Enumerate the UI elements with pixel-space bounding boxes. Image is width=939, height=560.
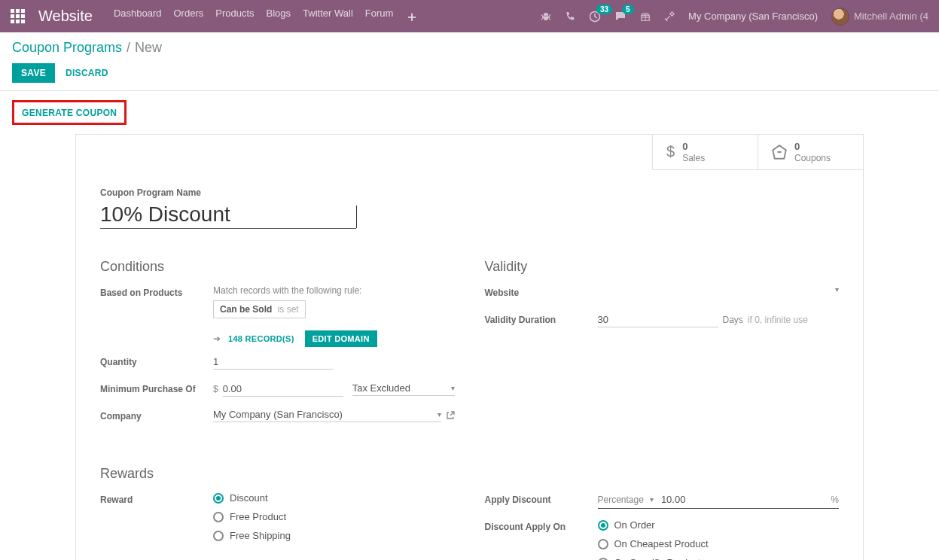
- program-name-label: Coupon Program Name: [100, 187, 839, 198]
- duration-hint: if 0, infinite use: [748, 315, 808, 325]
- currency-symbol: $: [213, 384, 218, 394]
- top-navbar: Website Dashboard Orders Products Blogs …: [0, 0, 939, 32]
- based-on-label: Based on Products: [100, 285, 213, 298]
- gift-icon[interactable]: [640, 11, 651, 22]
- apply-on-specific[interactable]: On Specific Products: [598, 557, 840, 560]
- stat-coupons-label: Coupons: [794, 153, 831, 163]
- user-name: Mitchell Admin (4: [854, 11, 928, 22]
- nav-products[interactable]: Products: [215, 8, 254, 26]
- min-purchase-input[interactable]: [223, 382, 343, 397]
- apply-discount-label: Apply Discount: [485, 492, 598, 505]
- phone-icon[interactable]: [565, 11, 575, 22]
- edit-domain-button[interactable]: EDIT DOMAIN: [305, 330, 377, 347]
- company-selector[interactable]: My Company (San Francisco): [688, 11, 818, 22]
- chevron-down-icon[interactable]: ▾: [650, 495, 654, 504]
- messages-badge: 5: [622, 5, 634, 14]
- nav-items: Dashboard Orders Products Blogs Twitter …: [114, 8, 419, 26]
- match-rule-text: Match records with the following rule:: [213, 285, 455, 296]
- form-status-bar: GENERATE COUPON: [0, 90, 939, 134]
- tag-icon: [772, 145, 787, 160]
- arrow-right-icon: ➔: [213, 333, 221, 344]
- reward-option-free-product[interactable]: Free Product: [213, 511, 455, 522]
- min-purchase-label: Minimum Purchase Of: [100, 382, 213, 394]
- stat-sales[interactable]: $ 0 Sales: [652, 135, 758, 170]
- apps-icon[interactable]: [11, 9, 25, 23]
- apply-on-order[interactable]: On Order: [598, 519, 840, 531]
- records-link[interactable]: 148 RECORD(S): [228, 334, 294, 343]
- stat-coupons[interactable]: 0 Coupons: [758, 135, 863, 170]
- conditions-title: Conditions: [100, 259, 455, 275]
- program-name-input[interactable]: [100, 201, 356, 229]
- domain-chip: Can be Sold is set: [213, 300, 306, 318]
- tax-select[interactable]: Tax Excluded: [352, 382, 410, 394]
- generate-coupon-button[interactable]: GENERATE COUPON: [22, 108, 117, 118]
- company-label: Company: [100, 409, 213, 422]
- clock-icon[interactable]: 33: [589, 11, 601, 23]
- breadcrumb-current: New: [135, 40, 162, 56]
- stat-sales-label: Sales: [682, 153, 705, 163]
- reward-label: Reward: [100, 492, 213, 505]
- discount-value-input[interactable]: [661, 492, 826, 507]
- discount-apply-on-label: Discount Apply On: [485, 519, 598, 532]
- discount-type-select[interactable]: Percentage: [598, 495, 644, 505]
- generate-coupon-highlight: GENERATE COUPON: [12, 100, 127, 125]
- nav-twitter-wall[interactable]: Twitter Wall: [303, 8, 353, 26]
- nav-add-icon[interactable]: ＋: [405, 8, 419, 26]
- breadcrumb: Coupon Programs / New: [12, 40, 927, 56]
- avatar: [831, 8, 849, 26]
- brand-title[interactable]: Website: [38, 8, 93, 25]
- nav-dashboard[interactable]: Dashboard: [114, 8, 162, 26]
- nav-orders[interactable]: Orders: [174, 8, 204, 26]
- user-menu[interactable]: Mitchell Admin (4: [831, 8, 928, 26]
- chevron-down-icon[interactable]: ▾: [835, 285, 839, 294]
- duration-label: Validity Duration: [485, 312, 598, 325]
- external-link-icon[interactable]: [446, 411, 455, 420]
- quantity-input[interactable]: [213, 355, 334, 370]
- apply-on-cheapest[interactable]: On Cheapest Product: [598, 538, 840, 549]
- dollar-icon: $: [666, 143, 675, 160]
- discount-unit: %: [831, 495, 839, 505]
- nav-forum[interactable]: Forum: [365, 8, 394, 26]
- breadcrumb-root[interactable]: Coupon Programs: [12, 40, 122, 56]
- text-cursor: [356, 205, 357, 228]
- stat-sales-value: 0: [682, 141, 705, 153]
- quantity-label: Quantity: [100, 355, 213, 367]
- control-panel: Coupon Programs / New SAVE DISCARD: [0, 32, 939, 83]
- stat-coupons-value: 0: [794, 141, 831, 153]
- tools-icon[interactable]: [664, 11, 675, 22]
- duration-input[interactable]: [598, 312, 718, 327]
- validity-title: Validity: [485, 259, 840, 275]
- website-label: Website: [485, 285, 598, 298]
- reward-option-free-shipping[interactable]: Free Shipping: [213, 530, 455, 541]
- bug-icon[interactable]: [541, 11, 551, 22]
- discard-button[interactable]: DISCARD: [66, 68, 108, 78]
- chevron-down-icon[interactable]: ▾: [437, 410, 441, 418]
- activities-badge: 33: [596, 5, 612, 14]
- form-sheet: $ 0 Sales 0 Coupons Coupon Program Name: [75, 134, 864, 560]
- rewards-title: Rewards: [100, 466, 839, 482]
- company-select[interactable]: My Company (San Francisco): [213, 409, 343, 420]
- reward-option-discount[interactable]: Discount: [213, 492, 455, 504]
- save-button[interactable]: SAVE: [12, 63, 55, 83]
- duration-unit: Days: [723, 315, 743, 325]
- chevron-down-icon[interactable]: ▾: [451, 384, 455, 392]
- nav-blogs[interactable]: Blogs: [267, 8, 291, 26]
- chat-icon[interactable]: 5: [614, 11, 627, 23]
